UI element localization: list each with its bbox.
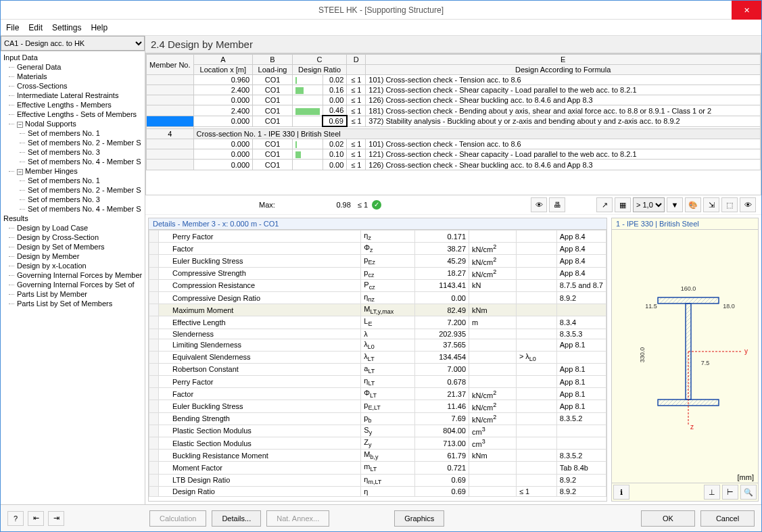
tree-item[interactable]: Design by x-Location [1,261,145,270]
details-table[interactable]: Perry Factorηz0.171App 8.4FactorΦz38.27k… [149,230,606,501]
details-row[interactable]: Limiting SlendernessλL037.565App 8.1 [149,339,606,351]
tree-item[interactable]: Set of members No. 3 [1,195,145,204]
table-row[interactable]: 0.960CO10.02≤ 1101) Cross-section check … [147,75,761,85]
design-grid[interactable]: Member No. A B C D E Location x [m] Load… [145,53,761,195]
tree-item[interactable]: Parts List by Member [1,289,145,299]
table-row[interactable]: 2.400CO10.46≤ 1181) Cross-section check … [147,105,761,116]
svg-text:11.5: 11.5 [645,303,657,310]
select-icon[interactable]: ⬚ [721,197,738,212]
tree-item[interactable]: Effective Lengths - Members [1,100,145,110]
zoom-icon[interactable]: 🔍 [740,485,757,500]
details-row[interactable]: Euler Buckling StresspEz45.29kN/cm2App 8… [149,255,606,267]
details-row[interactable]: FactorΦLT21.37kN/cm2App 8.1 [149,388,606,400]
tree-item[interactable]: Design by Set of Members [1,242,145,251]
tree-item[interactable]: General Data [1,62,145,72]
table-row[interactable]: 0.000CO10.69≤ 1372) Stability analysis -… [147,116,761,126]
collapse-icon[interactable]: − [17,122,23,128]
nat-annex-button[interactable]: Nat. Annex... [266,510,329,527]
details-row[interactable]: Compressive Design Ratioηnz0.008.9.2 [149,291,606,304]
tree-item[interactable]: Intermediate Lateral Restraints [1,91,145,100]
palette-icon[interactable]: 🎨 [685,197,701,212]
menu-file[interactable]: File [6,23,19,32]
cancel-button[interactable]: Cancel [700,510,755,527]
details-row[interactable]: Buckling Resistance MomentMb,y61.79kNm8.… [149,450,606,462]
close-button[interactable]: ✕ [732,1,761,20]
svg-rect-0 [658,297,719,304]
export-icon[interactable]: ⇲ [703,197,719,212]
tree-item[interactable]: Design by Cross-Section [1,233,145,242]
tree-item[interactable]: Governing Internal Forces by Member [1,270,145,280]
table-row[interactable]: 2.400CO10.16≤ 1121) Cross-section check … [147,85,761,95]
next-icon[interactable]: ⇥ [48,511,64,526]
tree-item[interactable]: Set of members No. 1 [1,128,145,138]
tree-item[interactable]: Set of members No. 4 - Member S [1,157,145,166]
collapse-icon[interactable]: − [17,169,23,175]
tree-item[interactable]: Set of members No. 3 [1,147,145,157]
tree-item[interactable]: Parts List by Set of Members [1,299,145,308]
ok-button[interactable]: OK [641,510,695,527]
ratio-filter-select[interactable]: > 1,0 [633,197,665,212]
tree-item[interactable]: Cross-Sections [1,81,145,91]
tree-item[interactable]: Design by Load Case [1,223,145,233]
details-row[interactable]: Compression ResistancePcz1143.41kN8.7.5 … [149,279,606,291]
tree-item[interactable]: Set of members No. 2 - Member S [1,138,145,147]
table-row[interactable]: 0.000CO10.00≤ 1126) Cross-section check … [147,160,761,170]
sidebar: CA1 - Design acc. to HK Input Data Gener… [1,36,145,504]
menu-edit[interactable]: Edit [28,23,43,32]
details-row[interactable]: Plastic Section ModulusSy804.00cm3 [149,425,606,437]
tree-item[interactable]: Governing Internal Forces by Set of [1,280,145,289]
unit-label: [mm] [612,473,758,483]
tree-member-hinges[interactable]: −Member Hinges [1,166,145,176]
max-value: 0.98 [279,201,354,209]
prev-icon[interactable]: ⇤ [28,511,44,526]
details-row[interactable]: Design Ratioη0.69≤ 18.9.2 [149,486,606,496]
table-row[interactable]: 0.000CO10.02≤ 1101) Cross-section check … [147,139,761,149]
goto-icon[interactable]: ↗ [596,197,613,212]
case-select[interactable]: CA1 - Design acc. to HK [1,36,145,51]
graphics-button[interactable]: Graphics [394,510,444,527]
details-row[interactable]: Robertson ConstantaLT7.000App 8.1 [149,363,606,375]
tree-item[interactable]: Design by Member [1,251,145,261]
funnel-icon[interactable]: ▼ [667,197,683,212]
menu-settings[interactable]: Settings [52,23,81,32]
menu-help[interactable]: Help [91,23,108,32]
axes-icon[interactable]: ⊥ [704,485,720,500]
details-row[interactable]: Bending Strengthpb7.69kN/cm28.3.5.2 [149,412,606,425]
table-row[interactable]: 0.000CO10.00≤ 1126) Cross-section check … [147,95,761,105]
help-icon[interactable]: ? [7,511,24,526]
tree-item[interactable]: Set of members No. 4 - Member S [1,204,145,214]
tree-item[interactable]: Materials [1,72,145,81]
details-row[interactable]: Maximum MomentMLT,y,max82.49kNm [149,304,606,316]
calculation-button[interactable]: Calculation [149,510,206,527]
details-row[interactable]: Perry Factorηz0.171App 8.4 [149,231,606,243]
col-member: Member No. [147,55,194,75]
details-row[interactable]: Slendernessλ202.9358.3.5.3 [149,329,606,339]
print-icon[interactable]: 🖶 [549,197,565,212]
section-row[interactable]: 4Cross-section No. 1 - IPE 330 | British… [147,129,761,139]
table-icon[interactable]: ▦ [615,197,631,212]
eye-icon[interactable]: 👁 [740,197,756,212]
info-icon[interactable]: ℹ [613,485,629,500]
details-row[interactable]: Euler Buckling StresspE,LT11.46kN/cm2App… [149,400,606,412]
details-row[interactable]: FactorΦz38.27kN/cm2App 8.4 [149,243,606,255]
details-row[interactable]: Perry FactorηLT0.678App 8.1 [149,376,606,388]
tree-item[interactable]: Set of members No. 2 - Member S [1,185,145,195]
details-row[interactable]: Compressive Strengthpcz18.27kN/cm2App 8.… [149,267,606,279]
table-row[interactable]: 0.000CO10.10≤ 1121) Cross-section check … [147,149,761,160]
details-row[interactable]: Elastic Section ModulusZy713.00cm3 [149,437,606,450]
dims-icon[interactable]: ⊢ [722,485,738,500]
details-button[interactable]: Details... [212,510,261,527]
bottom-bar: ? ⇤ ⇥ Calculation Details... Nat. Annex.… [1,504,761,531]
filter-member-icon[interactable]: 👁 [531,197,547,212]
details-row[interactable]: Effective LengthLE7.200m8.3.4 [149,316,606,329]
max-label: Max: [259,201,275,209]
details-row[interactable]: Equivalent SlendernessλLT134.454> λL0 [149,351,606,363]
details-row[interactable]: Moment FactormLT0.721Tab 8.4b [149,462,606,474]
tree-results[interactable]: Results [1,214,145,223]
tree-item[interactable]: Effective Lengths - Sets of Members [1,110,145,119]
tree-nodal-supports[interactable]: −Nodal Supports [1,119,145,128]
tree-item[interactable]: Set of members No. 1 [1,176,145,185]
tree-input-data[interactable]: Input Data [1,53,145,62]
nav-tree[interactable]: Input Data General Data Materials Cross-… [1,51,145,504]
details-row[interactable]: LTB Design Ratioηm,LT0.698.9.2 [149,474,606,486]
